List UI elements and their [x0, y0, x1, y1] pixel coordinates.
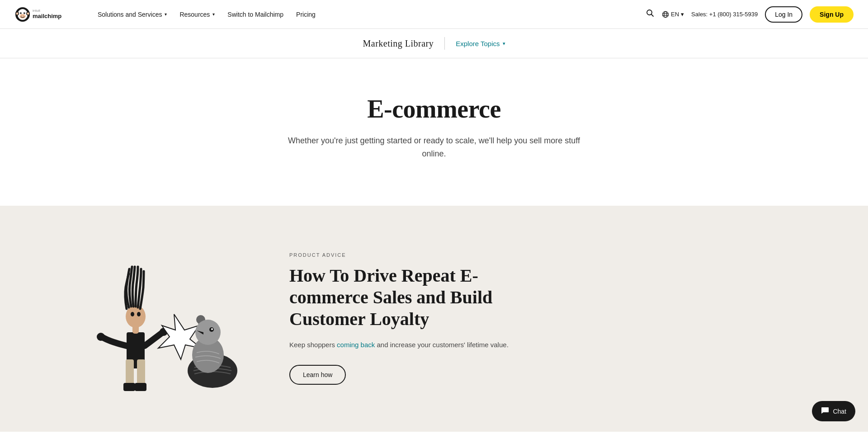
chat-icon: [821, 406, 829, 416]
svg-point-12: [23, 15, 24, 16]
nav-links: Solutions and Services ▾ Resources ▾ Swi…: [92, 7, 646, 22]
featured-article-section: PRODUCT ADVICE How To Drive Repeat E-com…: [0, 206, 868, 432]
marketing-library-title: Marketing Library: [363, 38, 434, 49]
logo[interactable]: intuit mailchimp: [14, 6, 78, 23]
login-button[interactable]: Log In: [765, 6, 802, 23]
main-nav: intuit mailchimp Solutions and Services …: [0, 0, 868, 29]
chevron-down-icon: ▾: [503, 41, 505, 47]
svg-point-17: [663, 11, 669, 17]
svg-point-10: [27, 12, 29, 14]
hero-section: E-commerce Whether you're just getting s…: [0, 58, 868, 206]
nav-solutions[interactable]: Solutions and Services ▾: [92, 7, 172, 22]
svg-text:mailchimp: mailchimp: [33, 13, 61, 19]
learn-how-button[interactable]: Learn how: [289, 365, 346, 385]
svg-text:intuit: intuit: [33, 9, 41, 13]
nav-divider: [444, 37, 445, 50]
svg-rect-29: [137, 359, 145, 387]
featured-tag: PRODUCT ADVICE: [289, 252, 533, 258]
language-selector[interactable]: EN▾: [662, 11, 684, 18]
page-title: E-commerce: [14, 94, 854, 123]
svg-point-25: [126, 305, 146, 328]
search-icon[interactable]: [646, 9, 655, 20]
svg-rect-30: [123, 383, 135, 391]
svg-point-2: [19, 14, 26, 19]
svg-rect-31: [135, 383, 146, 391]
svg-point-18: [664, 11, 667, 17]
featured-title: How To Drive Repeat E-commerce Sales and…: [289, 265, 533, 330]
svg-point-37: [211, 328, 213, 330]
hero-subtitle: Whether you're just getting started or r…: [276, 134, 592, 160]
svg-point-8: [16, 12, 19, 14]
featured-description: Keep shoppers coming back and increase y…: [289, 339, 533, 351]
chat-button[interactable]: Chat: [812, 401, 855, 421]
nav-right: EN▾ Sales: +1 (800) 315-5939 Log In Sign…: [646, 6, 854, 23]
svg-rect-28: [126, 359, 134, 387]
featured-illustration: [54, 242, 253, 396]
chevron-down-icon: ▾: [212, 12, 215, 17]
svg-point-5: [21, 12, 22, 13]
svg-line-16: [651, 14, 654, 17]
signup-button[interactable]: Sign Up: [810, 6, 854, 23]
secondary-nav: Marketing Library Explore Topics ▾: [0, 29, 868, 58]
svg-point-11: [21, 15, 22, 16]
nav-resources[interactable]: Resources ▾: [174, 7, 220, 22]
explore-topics-button[interactable]: Explore Topics ▾: [456, 40, 505, 47]
nav-switch[interactable]: Switch to Mailchimp: [222, 7, 289, 22]
svg-point-26: [131, 312, 134, 316]
nav-pricing[interactable]: Pricing: [291, 7, 321, 22]
coming-back-link[interactable]: coming back: [337, 341, 375, 349]
svg-point-23: [97, 333, 105, 341]
svg-point-27: [137, 312, 141, 316]
featured-content: PRODUCT ADVICE How To Drive Repeat E-com…: [289, 252, 533, 385]
chevron-down-icon: ▾: [165, 12, 167, 17]
svg-point-6: [24, 12, 25, 13]
phone-number: Sales: +1 (800) 315-5939: [691, 11, 758, 18]
svg-point-35: [195, 320, 221, 345]
